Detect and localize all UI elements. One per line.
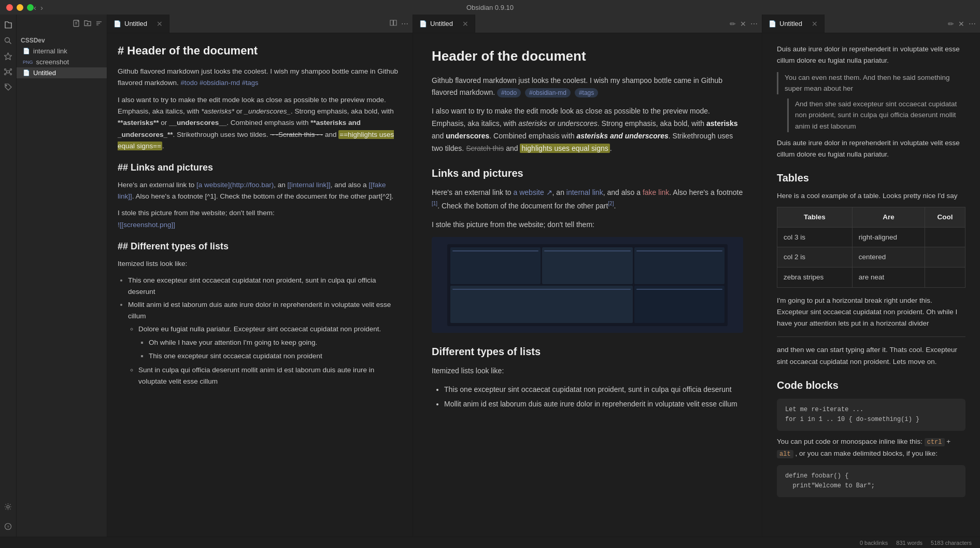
- sort-icon[interactable]: [95, 20, 103, 29]
- settings-icon[interactable]: [2, 500, 15, 513]
- rp-code-inline-ctrl: ctrl: [925, 438, 945, 446]
- rp-p-before-hr: I'm going to put a horizontal break righ…: [777, 295, 965, 330]
- preview-links-p: Here's an external link to a website ↗, …: [432, 187, 743, 212]
- internal-link[interactable]: internal link: [566, 188, 603, 196]
- rp-table: Tables Are Cool col 3 is right-aligned c…: [777, 207, 965, 287]
- pane-right-actions: ✏ ✕ ⋯: [944, 15, 980, 33]
- svg-point-6: [5, 73, 6, 75]
- status-bar: 0 backlinks 831 words 5183 characters: [0, 537, 980, 548]
- list-item: This one excepteur sint occaecat cupidat…: [149, 350, 402, 362]
- svg-text:?: ?: [7, 525, 9, 529]
- pane-middle: 📄 Untitled ✕ ✏ ✕ ⋯ Header of the documen…: [413, 15, 762, 537]
- list-item: Oh while I have your attention I'm going…: [149, 337, 402, 348]
- tab-label: Untitled: [430, 20, 453, 27]
- char-count: 5183 characters: [931, 540, 972, 546]
- file-item-screenshot[interactable]: PNG screenshot: [17, 57, 107, 67]
- table-row: col 3 is right-aligned: [777, 227, 965, 247]
- app-title: Obsidian 0.9.10: [466, 4, 514, 11]
- pane-middle-tab[interactable]: 📄 Untitled ✕: [413, 15, 475, 33]
- screenshot-link: ![[screenshot.png]]: [118, 221, 175, 229]
- tag-tags[interactable]: #tags: [575, 88, 598, 97]
- preview-h2-lists: Different types of lists: [432, 343, 743, 360]
- star-icon[interactable]: [2, 50, 15, 62]
- rp-blockquote2: And then she said excepteur sint occaeca…: [787, 99, 965, 132]
- rp-intro-p: Duis aute irure dolor in reprehenderit i…: [777, 44, 965, 67]
- tag-icon[interactable]: [2, 81, 15, 93]
- close-icon[interactable]: ✕: [958, 20, 964, 28]
- graph-icon[interactable]: [2, 65, 15, 78]
- file-panel-header: [17, 15, 107, 33]
- tag-obsidian[interactable]: #obsidian-md: [525, 88, 571, 97]
- editor-screenshot-p: I stole this picture from the website; d…: [118, 207, 402, 231]
- close-icon[interactable]: ✕: [740, 20, 746, 28]
- website-link[interactable]: a website ↗: [514, 188, 552, 196]
- file-item-internal-link[interactable]: 📄 internal link: [17, 46, 107, 57]
- pane-left-actions: ⋯: [386, 15, 413, 33]
- help-icon[interactable]: ?: [2, 520, 15, 532]
- pane-middle-content[interactable]: Header of the document Github flavored m…: [413, 33, 762, 537]
- close-button[interactable]: [6, 4, 13, 11]
- sidebar-icons: ?: [0, 15, 17, 537]
- tab-close-button[interactable]: ✕: [462, 20, 468, 28]
- files-icon[interactable]: [2, 19, 15, 31]
- minimize-button[interactable]: [17, 4, 23, 11]
- svg-point-13: [7, 505, 9, 508]
- svg-line-8: [6, 70, 7, 72]
- file-tree: CSSDev 📄 internal link PNG screenshot 📄 …: [17, 33, 107, 80]
- preview-screenshot-p: I stole this picture from the website; d…: [432, 219, 743, 231]
- pane-left-content[interactable]: # Header of the document Github flavored…: [107, 33, 413, 537]
- pane-middle-tabs: 📄 Untitled ✕ ✏ ✕ ⋯: [413, 15, 762, 33]
- editor-h1: # Header of the document: [118, 41, 402, 60]
- preview-h1: Header of the document: [432, 46, 743, 67]
- rp-p-after-hr: and then we can start typing after it. T…: [777, 344, 965, 368]
- editor-p2: I also want to try to make the edit mode…: [118, 94, 402, 152]
- svg-marker-2: [5, 53, 12, 60]
- svg-point-5: [10, 68, 12, 70]
- svg-line-10: [6, 72, 7, 74]
- workspace-label: CSSDev: [17, 35, 107, 46]
- table-row: col 2 is centered: [777, 247, 965, 268]
- svg-line-9: [9, 70, 10, 72]
- pane-right-tab[interactable]: 📄 Untitled ✕: [762, 15, 825, 33]
- rp-h2-code: Code blocks: [777, 377, 965, 394]
- editor-h2-lists: ## Different types of lists: [118, 239, 402, 254]
- more-options-icon[interactable]: ⋯: [969, 20, 976, 28]
- forward-button[interactable]: ›: [40, 3, 43, 12]
- new-note-icon[interactable]: [73, 20, 80, 29]
- svg-point-3: [7, 71, 9, 73]
- tab-label: Untitled: [779, 20, 802, 27]
- tag-todo[interactable]: #todo: [497, 88, 521, 97]
- more-options-icon[interactable]: ⋯: [750, 20, 758, 28]
- edit-icon[interactable]: ✏: [730, 20, 736, 28]
- search-icon[interactable]: [2, 34, 15, 47]
- traffic-lights: [6, 4, 34, 11]
- editor-list: This one excepteur sint occaecat cupidat…: [128, 275, 402, 387]
- content-area: 📄 Untitled ✕ ⋯ # Header of the document …: [107, 15, 980, 537]
- tab-icon: 📄: [113, 20, 121, 27]
- back-button[interactable]: ‹: [34, 3, 36, 12]
- app-body: ? CSSDev 📄 internal link PNG screenshot: [0, 15, 980, 537]
- editor-h2-links: ## Links and pictures: [118, 160, 402, 175]
- file-item-untitled[interactable]: 📄 Untitled: [17, 67, 107, 78]
- edit-icon[interactable]: ✏: [948, 20, 954, 28]
- table-header: Cool: [925, 207, 965, 228]
- preview-p2: I also want to try to make the edit mode…: [432, 105, 743, 154]
- tab-close-button[interactable]: ✕: [157, 20, 163, 28]
- svg-point-4: [5, 68, 6, 70]
- pane-right-tabs: 📄 Untitled ✕ ✏ ✕ ⋯: [762, 15, 980, 33]
- pane-left-tab[interactable]: 📄 Untitled ✕: [107, 15, 169, 33]
- table-header: Are: [852, 207, 925, 228]
- more-options-icon[interactable]: ⋯: [401, 20, 408, 28]
- editor-links-p: Here's an external link to [a website](h…: [118, 179, 402, 203]
- tab-close-button[interactable]: ✕: [812, 20, 818, 28]
- reading-mode-icon[interactable]: [390, 19, 397, 28]
- editor-lists-intro: Itemized lists look like:: [118, 258, 402, 270]
- maximize-button[interactable]: [27, 4, 34, 11]
- new-folder-icon[interactable]: [84, 20, 91, 29]
- fake-link[interactable]: fake link: [643, 188, 669, 196]
- preview-h2-links: Links and pictures: [432, 165, 743, 181]
- svg-line-1: [9, 41, 11, 44]
- list-item: Sunt in culpa qui officia deserunt molli…: [138, 364, 402, 387]
- pane-right-content[interactable]: Duis aute irure dolor in reprehenderit i…: [762, 33, 980, 537]
- file-panel: CSSDev 📄 internal link PNG screenshot 📄 …: [17, 15, 107, 537]
